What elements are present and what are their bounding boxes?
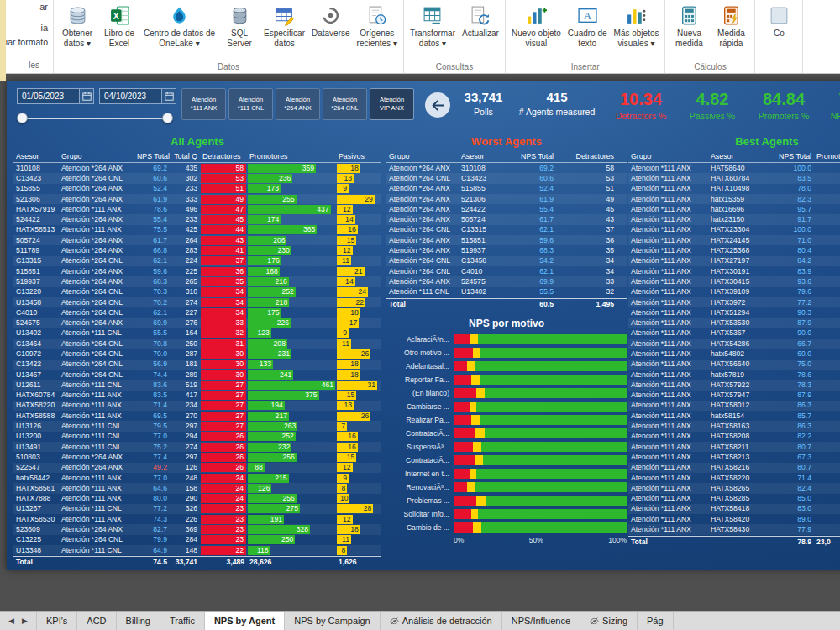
ribbon-button-onelake[interactable]: Centro de datos de OneLake ▾	[144, 3, 215, 48]
chart-bar[interactable]	[454, 415, 627, 425]
table-row[interactable]: HATX58588Atención *111 ANX69.52702721726	[13, 411, 381, 421]
table-row[interactable]: Atención *111 ANXHATX3910979.6	[628, 287, 840, 297]
ribbon-button-excel[interactable]: XLibro de Excel	[102, 3, 137, 48]
table-row[interactable]: HATX60784Atención *111 ANX83.54172737515	[13, 391, 381, 401]
table-row[interactable]: Atención *111 ANXHATX536790.0	[628, 328, 840, 339]
table-row[interactable]: U13267Atención *111 CNL77.23262327528	[13, 504, 381, 514]
table-row[interactable]: hatx58442Atención *111 ANX77.0248242159	[13, 473, 381, 483]
table-row[interactable]: C13423Atención *264 CNL60.63025323613	[13, 173, 381, 183]
table-row[interactable]: Atención *111 ANXhatx2315091.7	[628, 214, 840, 224]
chart-bar[interactable]	[454, 375, 627, 385]
table-row[interactable]: Atención *111 CNLU1340255.532	[386, 287, 627, 297]
ribbon-button-morevisuals[interactable]: Más objetos visuales ▾	[614, 3, 659, 48]
page-tab[interactable]: KPI's	[37, 612, 77, 630]
table-row[interactable]: Atención *264 ANX50572461.743	[386, 214, 627, 224]
table-row[interactable]: Atención *111 ANXHATX5664075.0	[628, 360, 840, 370]
table-row[interactable]: Atención *111 ANXHATX5842089.0	[628, 514, 840, 524]
table-row[interactable]: C10972Atención *264 CNL70.02873023126	[13, 349, 381, 359]
chart-bar[interactable]	[454, 402, 627, 412]
table-row[interactable]: Atención *264 ANX51993768.335	[386, 245, 627, 255]
table-row[interactable]: Atención *264 ANX31010869.258	[386, 163, 627, 173]
campaign-button[interactable]: Atención *111 ANX	[181, 88, 226, 120]
table-row[interactable]: Atención *111 ANXHATX1049878.0	[628, 184, 840, 194]
table-row[interactable]: Atención *111 ANXHATX5794787.9	[628, 391, 840, 401]
table-row[interactable]: Atención *111 ANXHATX5841883.0	[628, 504, 840, 514]
table-row[interactable]: Atención *111 ANXHAT58640100.0	[628, 163, 840, 173]
chart-bar[interactable]	[454, 348, 627, 358]
chart-bar[interactable]	[454, 509, 627, 519]
table-row[interactable]: 523609Atención *264 ANX82.73692332818	[13, 524, 381, 534]
table-row[interactable]: Atención *111 ANXHATX5826582.4	[628, 483, 840, 493]
campaign-button[interactable]: Atención *264 ANX	[276, 88, 320, 120]
page-tab[interactable]: Análisis de detracción	[381, 612, 502, 630]
table-row[interactable]: Atención *111 ANXHATX2719784.2	[628, 256, 840, 266]
chart-bar[interactable]	[454, 482, 627, 492]
table-row[interactable]: Atención *264 ANX52457569.933	[386, 276, 627, 286]
table-row[interactable]: Atención *111 ANXHATX5828585.0	[628, 494, 840, 504]
table-row[interactable]: Atención *111 ANXhatx5480260.0	[628, 349, 840, 359]
table-row[interactable]: Atención *264 ANX51585552.451	[386, 184, 627, 194]
chart-bar[interactable]	[454, 388, 627, 398]
table-row[interactable]: HATX58220Atención *111 ANX71.42342719413	[13, 401, 381, 411]
ribbon-button-database[interactable]: Obtener datos ▾	[60, 3, 95, 48]
table-row[interactable]: 515851Atención *264 ANX59.62253616821	[13, 266, 381, 276]
table-row[interactable]: C4010Atención *264 CNL62.12273417518	[13, 307, 381, 318]
table-row[interactable]: 310108Atención *264 ANX69.24355835918	[13, 163, 381, 173]
table-row[interactable]: Atención *111 ANXHATX5843077.9	[628, 524, 840, 534]
table-row[interactable]: HATX58513Atención *111 ANX75.54254436516	[13, 225, 381, 235]
campaign-button[interactable]: Atención *264 CNL	[323, 88, 367, 120]
table-row[interactable]: 524422Atención *264 ANX55.42334517414	[13, 214, 381, 224]
page-tab[interactable]: ACD	[77, 612, 116, 630]
table-row[interactable]: HATX58561Atención *111 ANX64.6158241268	[13, 483, 381, 493]
table-row[interactable]: U13348Atención *111 CNL64.9148221188	[13, 545, 381, 555]
ribbon-button-newvisual[interactable]: Nuevo objeto visual	[512, 3, 561, 48]
table-row[interactable]: C13464Atención *264 CNL70.82503120811	[13, 339, 381, 349]
tab-nav-arrows[interactable]: ◀ ▶	[0, 612, 37, 630]
table-row[interactable]: 505724Atención *264 ANX61.72644320615	[13, 235, 381, 245]
table-row[interactable]: 522547Atención *264 ANX49.2126268812	[13, 463, 381, 473]
table-row[interactable]: Atención *111 ANXhatx5781978.6	[628, 370, 840, 380]
table-row[interactable]: HATX58530Atención *111 ANX74.32262319112	[13, 514, 381, 524]
chart-bar[interactable]	[454, 469, 627, 479]
calendar-icon[interactable]	[161, 89, 176, 103]
back-button[interactable]	[425, 92, 450, 118]
table-row[interactable]: Atención *111 ANXHATX397277.2	[628, 297, 840, 307]
table-row[interactable]: HATX7888Atención *111 ANX80.02902425610	[13, 494, 381, 504]
slider-handle-end[interactable]	[162, 113, 173, 123]
table-row[interactable]: Atención *111 ANXHATX23304100.0	[628, 225, 840, 235]
ribbon-button-dataverse[interactable]: Dataverse	[312, 3, 350, 39]
table-row[interactable]: Atención *111 ANXHATX5353087.9	[628, 318, 840, 328]
campaign-button[interactable]: Atención VIP ANX	[370, 88, 414, 120]
page-tab[interactable]: NPS by Campaign	[285, 612, 381, 630]
table-row[interactable]: Atención *111 ANXhatx1535982.3	[628, 194, 840, 204]
ribbon-button-newmeasure[interactable]: Nueva medida	[671, 3, 706, 48]
table-row[interactable]: Atención *111 ANXHATX5816386.3	[628, 421, 840, 431]
ribbon-button-enterdata[interactable]: Especificar datos	[264, 3, 305, 48]
table-row[interactable]: U13458Atención *264 CNL70.22743421822	[13, 297, 381, 307]
date-end-value[interactable]: 04/10/2023	[100, 92, 161, 101]
table-row[interactable]: Atención *111 ANXHATX2414571.0	[628, 235, 840, 245]
table-row[interactable]: C13315Atención *264 CNL62.12243717611	[13, 256, 381, 266]
chart-bar[interactable]	[454, 522, 627, 533]
campaign-button[interactable]: Atención *111 CNL	[228, 88, 273, 120]
tab-nav-prev-icon[interactable]: ◀	[8, 617, 14, 625]
chart-bar[interactable]	[454, 334, 627, 344]
table-row[interactable]: Atención *111 ANXHATX5792278.3	[628, 380, 840, 390]
table-row[interactable]: U13491Atención *111 CNL75.22742623216	[13, 442, 381, 452]
table-row[interactable]: Atención *111 ANXHATX3019183.9	[628, 266, 840, 276]
table-row[interactable]: Atención *264 CNLC1345854.234	[386, 256, 627, 266]
table-row[interactable]: Atención *111 ANXHATX5129490.3	[628, 307, 840, 318]
table-row[interactable]: Atención *111 ANXhatx5815485.7	[628, 411, 840, 421]
table-row[interactable]: Atención *264 ANX51585159.636	[386, 235, 627, 245]
table-row[interactable]: U13200Atención *111 CNL77.02942625216	[13, 432, 381, 442]
table-row[interactable]: Atención *111 ANXHATX5820882.2	[628, 432, 840, 442]
calendar-icon[interactable]	[79, 89, 93, 103]
table-row[interactable]: Atención *111 ANXHATX6078483.5	[628, 173, 840, 183]
table-row[interactable]: 521306Atención *264 ANX61.93334925529	[13, 194, 381, 204]
table-row[interactable]: Atención *264 CNLC401062.134	[386, 266, 627, 276]
tab-nav-next-icon[interactable]: ▶	[22, 617, 28, 625]
page-tab[interactable]: Sizing	[580, 612, 638, 630]
chart-bar[interactable]	[454, 442, 627, 452]
page-tab[interactable]: Pág	[638, 612, 674, 630]
table-row[interactable]: U13402Atención *111 CNL55.5164321239	[13, 328, 381, 339]
